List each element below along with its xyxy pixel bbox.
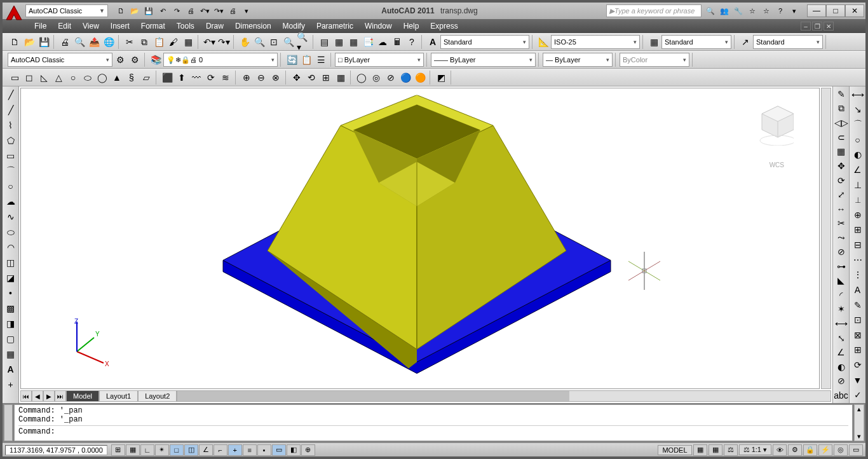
coordinates[interactable]: 1137.3169, 417.9757 , 0.0000 [5, 445, 107, 455]
tab-model[interactable]: Model [66, 390, 99, 402]
makeblock-icon[interactable]: ◪ [4, 271, 18, 285]
dimstyle-icon[interactable]: 📐 [536, 35, 550, 49]
d16-icon[interactable]: ⊡ [851, 313, 865, 327]
redo-icon[interactable]: ↷ [170, 4, 183, 17]
d5-icon[interactable]: ◐ [851, 148, 865, 162]
scale-icon[interactable]: ⤢ [834, 188, 848, 202]
pan-icon[interactable]: ✋ [238, 35, 252, 49]
save2-icon[interactable]: 💾 [37, 35, 51, 49]
otrack-toggle[interactable]: ∠ [199, 444, 213, 456]
array-icon[interactable]: ▦ [834, 145, 848, 158]
d10-icon[interactable]: ⊞ [851, 223, 865, 237]
plotstyle-dropdown[interactable]: ByColor▾ [620, 53, 689, 67]
help-icon[interactable]: ? [774, 4, 787, 17]
intersect-icon[interactable]: ⊗ [269, 71, 283, 85]
move-icon[interactable]: ✥ [834, 160, 848, 173]
vertical-scrollbar[interactable] [821, 88, 831, 389]
sectionplane-icon[interactable]: ◩ [434, 71, 448, 85]
sc-toggle[interactable]: ◧ [287, 444, 301, 456]
undo2-icon[interactable]: ↶▾ [202, 35, 216, 49]
fillet-icon[interactable]: ◜ [834, 289, 848, 302]
menu-edit[interactable]: Edit [58, 22, 71, 31]
d1-icon[interactable]: ⟷ [851, 88, 865, 102]
3dalign-icon[interactable]: ⊞ [319, 71, 333, 85]
minimize-button[interactable]: — [807, 4, 826, 17]
am-toggle[interactable]: ⊕ [301, 444, 315, 456]
mdi-restore[interactable]: ❐ [812, 22, 822, 31]
command-line[interactable]: Command: '_pan Command: '_pan Command: [14, 404, 853, 441]
spline-icon[interactable]: ∿ [4, 210, 18, 224]
lwt-toggle[interactable]: ≡ [243, 444, 257, 456]
open2-icon[interactable]: 📂 [22, 35, 36, 49]
toolbar-lock-icon[interactable]: 🔒 [803, 444, 817, 456]
cone-icon[interactable]: △ [51, 71, 65, 85]
maximize-button[interactable]: □ [826, 4, 845, 17]
loft-icon[interactable]: ≋ [219, 71, 233, 85]
quickcalc-icon[interactable]: 🖩 [390, 35, 404, 49]
paste-icon[interactable]: 📋 [152, 35, 166, 49]
redo-dropdown-icon[interactable]: ↷▾ [212, 4, 225, 17]
pline-icon[interactable]: ⌇ [4, 118, 18, 132]
cmd-scrollbar[interactable]: ▴▾ [854, 404, 864, 441]
markup-icon[interactable]: ☁ [376, 35, 390, 49]
3drotate-icon[interactable]: ⟲ [304, 71, 318, 85]
d2-icon[interactable]: ↘ [851, 103, 865, 117]
print-icon[interactable]: 🖨 [184, 4, 197, 17]
trim-icon[interactable]: ✂ [834, 217, 848, 230]
model-space-toggle[interactable]: MODEL [658, 445, 691, 455]
mdi-minimize[interactable]: – [801, 22, 811, 31]
3dmove-icon[interactable]: ✥ [290, 71, 304, 85]
matchprop-icon[interactable]: 🖌 [166, 35, 180, 49]
dim-linear-icon[interactable]: ⟷ [834, 317, 848, 331]
menu-file[interactable]: File [34, 22, 46, 31]
exchange-icon[interactable]: ☆ [760, 4, 773, 17]
layer-previous-icon[interactable]: 🔄 [285, 53, 299, 67]
horizontal-scrollbar[interactable] [177, 390, 831, 402]
mirror-icon[interactable]: ◁▷ [834, 116, 848, 130]
dim-radius-icon[interactable]: ◐ [834, 360, 848, 373]
tab-prev-icon[interactable]: ◀ [32, 390, 43, 402]
toolpalettes-icon[interactable]: ▦ [346, 35, 360, 49]
chamfer-icon[interactable]: ◣ [834, 274, 848, 287]
point-icon[interactable]: • [4, 286, 18, 300]
menu-dimension[interactable]: Dimension [235, 22, 271, 31]
clean-screen-icon[interactable]: ▭ [849, 444, 863, 456]
d9-icon[interactable]: ⊕ [851, 208, 865, 222]
linetype-dropdown[interactable]: — ByLayer▾ [543, 53, 613, 67]
menu-tools[interactable]: Tools [177, 22, 194, 31]
line-icon[interactable]: ╱ [4, 88, 18, 102]
ellipsearc-icon[interactable]: ◠ [4, 240, 18, 254]
sweep-icon[interactable]: 〰 [189, 71, 203, 85]
annotation-visibility-icon[interactable]: 👁 [773, 444, 787, 456]
d11-icon[interactable]: ⊟ [851, 238, 865, 252]
arc-icon[interactable]: ⌒ [4, 164, 18, 178]
tpy-toggle[interactable]: ▪ [257, 444, 271, 456]
polysolid-icon[interactable]: ▭ [8, 71, 22, 85]
workspace-dropdown[interactable]: AutoCAD Classic▾ [8, 53, 112, 67]
tab-next-icon[interactable]: ▶ [43, 390, 55, 402]
workspace-dropdown-qat[interactable]: AutoCAD Classic▼ [25, 4, 108, 17]
d7-icon[interactable]: ⊥ [851, 178, 865, 192]
zoom-extents-icon[interactable]: 🔍▾ [296, 35, 310, 49]
3darray-icon[interactable]: ▦ [334, 71, 348, 85]
hatch-icon[interactable]: ▩ [4, 301, 18, 315]
menu-express[interactable]: Express [430, 22, 458, 31]
lineweight-dropdown[interactable]: —— ByLayer▾ [431, 53, 536, 67]
realistic-icon[interactable]: 🔵 [398, 71, 412, 85]
extend-icon[interactable]: ⤳ [834, 231, 848, 244]
subtract-icon[interactable]: ⊖ [254, 71, 268, 85]
communication-center-icon[interactable]: 👥 [718, 4, 731, 17]
isolate-objects-icon[interactable]: ◎ [834, 444, 848, 456]
d6-icon[interactable]: ∠ [851, 163, 865, 177]
3ddwf-icon[interactable]: 🌐 [102, 35, 116, 49]
circle-icon[interactable]: ○ [4, 179, 18, 193]
d17-icon[interactable]: ⊠ [851, 328, 865, 342]
ortho-toggle[interactable]: ∟ [140, 444, 154, 456]
conceptual-icon[interactable]: 🟠 [413, 71, 427, 85]
qnew-icon[interactable]: 🗋 [8, 35, 22, 49]
erase-icon[interactable]: ✎ [834, 88, 848, 101]
search-icon[interactable]: 🔍 [704, 4, 717, 17]
box-icon[interactable]: ◻ [22, 71, 36, 85]
d4-icon[interactable]: ○ [851, 133, 865, 147]
sheetset-icon[interactable]: 📑 [361, 35, 375, 49]
